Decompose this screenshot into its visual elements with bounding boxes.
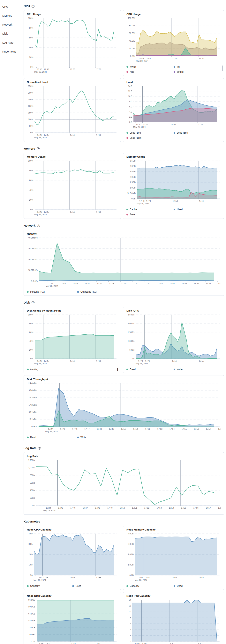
svg-text:4: 4 — [130, 628, 131, 631]
svg-text:17:50: 17:50 — [121, 282, 126, 284]
help-icon[interactable]: ? — [32, 301, 34, 304]
section-title: Log Rate — [24, 446, 36, 450]
legend-label: Write — [177, 368, 183, 371]
legend-scrollbar[interactable] — [222, 66, 223, 71]
svg-text:17:51: 17:51 — [133, 428, 138, 430]
svg-text:17:48: 17:48 — [97, 282, 102, 284]
legend-item-used[interactable]: Used — [174, 584, 219, 587]
svg-text:17:49: 17:49 — [107, 507, 113, 509]
node-cpu-capacity-chart[interactable]: 4.0b3.0b2.0b1.0b0.017:40May 28, 202417:4… — [27, 533, 118, 582]
chart-legend: CapacityUsed — [126, 584, 221, 587]
svg-text:19.1MB/s: 19.1MB/s — [29, 418, 37, 420]
chart-svg: 96.0GB80.0GB64.0GB48.0GB32.0GB16.0GB0.0B… — [27, 599, 118, 644]
legend-item-free[interactable]: Free — [126, 213, 172, 216]
disk-throughput-panel: Disk Throughput 114.4MB/s95.4MB/s76.3MB/… — [24, 375, 224, 441]
sidebar-item-memory[interactable]: Memory — [2, 14, 24, 17]
svg-text:17:40: 17:40 — [37, 134, 42, 136]
legend-item-outbound-tx[interactable]: Outbound (TX) — [77, 290, 126, 293]
network-chart[interactable]: 40.0Mbit/s30.0Mbit/s20.0Mbit/s10.0Mbit/s… — [27, 237, 221, 288]
chart-svg: 100%80%60%40%20%0%17:40May 28, 202417:45… — [27, 314, 118, 365]
svg-text:10.0Mbit/s: 10.0Mbit/s — [28, 269, 38, 271]
legend-item-softirq[interactable]: softirq — [174, 70, 219, 73]
svg-text:17:44: 17:44 — [46, 507, 51, 509]
legend-item-load-5m[interactable]: Load (5m) — [174, 132, 219, 134]
svg-text:60%: 60% — [29, 179, 33, 182]
sidebar-item-cpu[interactable]: CPU — [2, 5, 24, 8]
series-dot-icon — [77, 436, 79, 438]
normalized-load-chart[interactable]: 350%300%250%200%150%100%50%0%17:40May 28… — [27, 85, 118, 139]
svg-text:2,000/s: 2,000/s — [128, 322, 134, 325]
node-pod-capacity-chart[interactable]: 1412108642017:40May 28, 202417:4517:5017… — [126, 599, 221, 644]
panel-options-icon[interactable]: ⋮ — [116, 368, 119, 371]
svg-text:1,500/s: 1,500/s — [128, 331, 134, 334]
svg-text:3.0b: 3.0b — [29, 543, 33, 545]
legend-item-load-15m[interactable]: Load (15m) — [126, 136, 172, 139]
section-memory: Memory ? Memory Usage 100%80%60%40%20%0%… — [24, 147, 224, 219]
legend-item-cache[interactable]: Cache — [126, 208, 172, 211]
svg-text:May 28, 2024: May 28, 2024 — [43, 509, 56, 512]
sidebar-item-log-rate[interactable]: Log Rate — [2, 41, 24, 44]
svg-text:80.0GB: 80.0GB — [28, 606, 35, 608]
legend-item-read[interactable]: Read — [126, 368, 172, 371]
help-icon[interactable]: ? — [38, 447, 41, 450]
svg-text:100%: 100% — [28, 314, 33, 316]
disk-usage-chart[interactable]: 100%80%60%40%20%0%17:40May 28, 202417:45… — [27, 314, 118, 365]
svg-text:200/s: 200/s — [30, 497, 35, 499]
help-icon[interactable]: ? — [37, 147, 40, 150]
svg-text:0.0B: 0.0B — [31, 640, 35, 643]
legend-item-write[interactable]: Write — [174, 368, 219, 371]
svg-text:17:45: 17:45 — [142, 643, 147, 644]
chart-legend: Inbound (RX)Outbound (TX) — [27, 290, 221, 293]
load-chart[interactable]: 14.012.010.08.06.04.02.00.017:40May 28, … — [126, 85, 221, 129]
svg-text:17:55: 17:55 — [199, 57, 204, 60]
help-icon[interactable]: ? — [37, 224, 40, 227]
svg-text:2.0GB: 2.0GB — [130, 176, 136, 178]
legend-item-var-log[interactable]: /var/log — [27, 368, 71, 371]
legend-item-inbound-rx[interactable]: Inbound (RX) — [27, 290, 76, 293]
node-memory-capacity-chart[interactable]: 4.0GB3.0GB2.0GB1.0GB0.0B17:40May 28, 202… — [126, 533, 221, 582]
chart-legend: CapacityUsed — [27, 584, 118, 587]
log-rate-panel: Log Rate 1,200/s1,000/s800/s600/s400/s20… — [24, 452, 224, 515]
legend-item-load-1m[interactable]: Load (1m) — [126, 132, 172, 134]
svg-text:114.4MB/s: 114.4MB/s — [28, 382, 37, 384]
legend-item-nice[interactable]: nice — [126, 70, 172, 73]
legend-item-read[interactable]: Read — [27, 436, 76, 439]
log-rate-chart[interactable]: 1,200/s1,000/s800/s600/s400/s200/s0/s17:… — [27, 459, 221, 512]
sidebar-item-kubernetes[interactable]: Kubernetes — [2, 50, 24, 53]
legend-item-used[interactable]: Used — [72, 584, 116, 587]
legend-item-write[interactable]: Write — [77, 436, 126, 439]
legend-item-used[interactable]: Used — [174, 208, 219, 211]
cpu-usage-chart[interactable]: 100%80%60%40%20%0%17:40May 28, 202417:45… — [27, 17, 118, 74]
help-icon[interactable]: ? — [32, 5, 34, 8]
legend-item-irq[interactable]: irq — [174, 66, 219, 68]
svg-text:17:52: 17:52 — [145, 282, 150, 284]
disk-iops-chart[interactable]: 2,500/s2,000/s1,500/s1,000/s500/s0/s17:4… — [126, 314, 221, 365]
svg-text:0%: 0% — [30, 358, 33, 360]
legend-item-capacity[interactable]: Capacity — [27, 584, 71, 587]
svg-text:14.0: 14.0 — [128, 85, 132, 87]
sidebar-item-disk[interactable]: Disk — [2, 32, 24, 35]
svg-text:0.0B: 0.0B — [129, 574, 134, 576]
svg-text:17:55: 17:55 — [181, 507, 186, 509]
memory-usage-chart[interactable]: 100%80%60%40%20%0%17:40May 28, 202417:45… — [27, 160, 118, 216]
svg-text:2,500/s: 2,500/s — [128, 314, 134, 316]
svg-text:8: 8 — [130, 616, 131, 619]
legend-item-iowait[interactable]: iowait — [126, 66, 172, 68]
svg-text:80%: 80% — [29, 322, 33, 325]
svg-text:0%: 0% — [30, 66, 33, 68]
disk-throughput-chart[interactable]: 114.4MB/s95.4MB/s76.3MB/s57.2MB/s38.1MB/… — [27, 382, 221, 433]
node-disk-capacity-chart[interactable]: 96.0GB80.0GB64.0GB48.0GB32.0GB16.0GB0.0B… — [27, 599, 118, 644]
svg-text:800/s: 800/s — [30, 474, 35, 476]
legend-label: Write — [81, 436, 86, 439]
sidebar-item-network[interactable]: Network — [2, 23, 24, 26]
legend-item-capacity[interactable]: Capacity — [126, 584, 172, 587]
memory-usage-breakdown-chart[interactable]: 3.5GB3.0GB2.5GB2.0GB1.5GB1.0GB512.0MB0.0… — [126, 160, 221, 205]
section-kubernetes: Kubernetes Node CPU Capacity 4.0b3.0b2.0… — [24, 520, 224, 644]
panel-title: Memory Usage — [126, 155, 221, 158]
memory-usage-panel: Memory Usage 100%80%60%40%20%0%17:40May … — [24, 153, 121, 219]
cpu-usage-breakdown-chart[interactable]: 100.0%80.0%60.0%40.0%20.0%0.0%17:40May 2… — [126, 17, 221, 63]
svg-text:17:45: 17:45 — [46, 643, 51, 644]
series-dot-icon — [126, 214, 128, 216]
svg-text:May 28, 2024: May 28, 2024 — [33, 579, 46, 581]
chart-svg: 100%80%60%40%20%0%17:40May 28, 202417:45… — [27, 17, 118, 74]
